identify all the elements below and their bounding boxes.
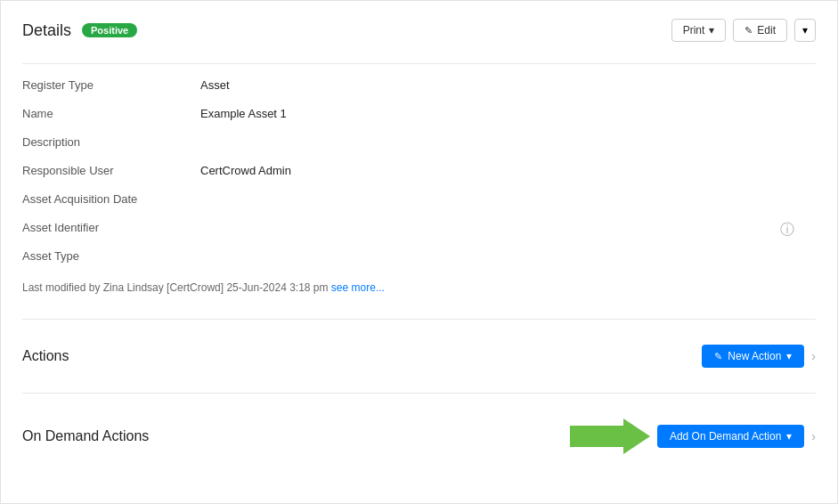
status-badge: Positive (82, 23, 137, 37)
help-icon[interactable]: ⓘ (780, 221, 794, 240)
arrow-indicator (570, 419, 650, 454)
actions-title: Actions (22, 348, 69, 364)
on-demand-right: Add On Demand Action ▾ › (570, 419, 816, 454)
edit-pencil-icon: ✎ (744, 25, 753, 37)
value-name: Example Asset 1 (200, 107, 816, 120)
page-container: Details Positive Print ▾ ✎ Edit ▾ Regist… (0, 0, 838, 504)
label-asset-type: Asset Type (22, 249, 200, 263)
modified-text: Last modified by Zina Lindsay [CertCrowd… (22, 281, 816, 305)
add-on-demand-label: Add On Demand Action (670, 430, 781, 443)
edit-button[interactable]: ✎ Edit (733, 19, 787, 42)
field-row-name: Name Example Asset 1 (22, 100, 816, 128)
field-row-responsible-user: Responsible User CertCrowd Admin (22, 157, 816, 185)
actions-header: Actions ✎ New Action ▾ › (22, 345, 816, 368)
print-button[interactable]: Print ▾ (671, 19, 727, 42)
add-on-demand-dropdown-icon: ▾ (786, 430, 792, 443)
field-row-description: Description (22, 128, 816, 157)
header-right: Print ▾ ✎ Edit ▾ (671, 19, 816, 42)
section-divider-1 (22, 319, 816, 320)
field-row-asset-acquisition-date: Asset Acquisition Date (22, 185, 816, 214)
field-row-register-type: Register Type Asset (22, 71, 816, 100)
details-section: Register Type Asset Name Example Asset 1… (22, 63, 816, 305)
header-left: Details Positive (22, 21, 137, 40)
label-asset-acquisition-date: Asset Acquisition Date (22, 192, 200, 206)
header-chevron-button[interactable]: ▾ (794, 19, 816, 42)
page-title: Details (22, 21, 71, 40)
print-label: Print (683, 24, 705, 37)
header-row: Details Positive Print ▾ ✎ Edit ▾ (22, 19, 816, 42)
new-action-edit-icon: ✎ (714, 351, 722, 362)
print-dropdown-icon: ▾ (709, 24, 714, 37)
label-name: Name (22, 107, 200, 120)
on-demand-header: On Demand Actions Add On Demand Action ▾… (22, 419, 816, 454)
label-register-type: Register Type (22, 78, 200, 92)
on-demand-title: On Demand Actions (22, 428, 149, 444)
new-action-dropdown-icon: ▾ (786, 350, 792, 362)
on-demand-chevron-icon[interactable]: › (811, 429, 816, 443)
field-row-asset-type: Asset Type (22, 242, 816, 271)
actions-header-right: ✎ New Action ▾ › (702, 345, 816, 368)
on-demand-section: On Demand Actions Add On Demand Action ▾… (22, 408, 816, 465)
label-description: Description (22, 135, 200, 149)
chevron-down-icon: ▾ (802, 24, 808, 37)
label-asset-identifier: Asset Identifier (22, 221, 200, 234)
add-on-demand-action-button[interactable]: Add On Demand Action ▾ (657, 425, 804, 448)
edit-label: Edit (757, 24, 776, 37)
label-responsible-user: Responsible User (22, 164, 200, 177)
actions-chevron-icon[interactable]: › (811, 349, 816, 363)
value-responsible-user: CertCrowd Admin (200, 164, 816, 177)
field-row-asset-identifier: Asset Identifier ⓘ (22, 214, 816, 242)
section-divider-2 (22, 393, 816, 394)
value-register-type: Asset (200, 78, 816, 92)
new-action-label: New Action (728, 350, 781, 362)
green-arrow-icon (570, 419, 650, 454)
new-action-button[interactable]: ✎ New Action ▾ (702, 345, 804, 368)
svg-marker-0 (570, 419, 650, 454)
actions-section: Actions ✎ New Action ▾ › (22, 334, 816, 378)
see-more-link[interactable]: see more... (331, 281, 385, 294)
modified-text-content: Last modified by Zina Lindsay [CertCrowd… (22, 281, 329, 294)
